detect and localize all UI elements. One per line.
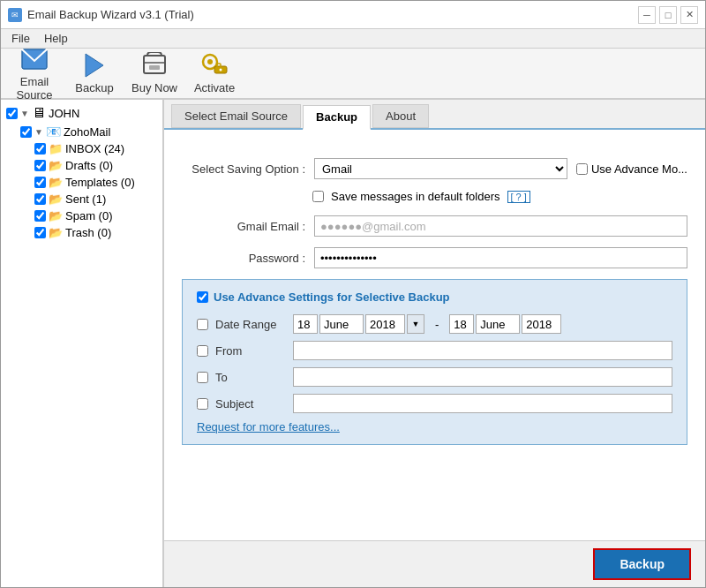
gmail-email-input[interactable] xyxy=(314,215,687,237)
save-default-checkbox[interactable] xyxy=(312,191,324,202)
tree-root-john[interactable]: ▼ 🖥 JOHN xyxy=(4,103,159,123)
drafts-checkbox[interactable] xyxy=(34,160,46,171)
email-source-icon xyxy=(20,46,49,72)
calendar-from-button[interactable]: ▼ xyxy=(407,314,424,334)
backup-execute-button[interactable]: Backup xyxy=(593,548,691,580)
menu-file[interactable]: File xyxy=(4,30,37,47)
title-controls: ─ □ ✕ xyxy=(638,6,698,24)
svg-rect-3 xyxy=(144,56,165,73)
zohomail-label: ZohoMail xyxy=(64,125,110,139)
tree-templates[interactable]: 📂 Templates (0) xyxy=(33,174,159,191)
tree-trash[interactable]: 📂 Trash (0) xyxy=(33,224,159,241)
date-range-label: Date Range xyxy=(215,318,286,331)
buy-now-icon xyxy=(140,52,169,79)
date-to-month[interactable] xyxy=(476,314,520,334)
to-row: To xyxy=(197,367,672,387)
email-source-label: Email Source xyxy=(8,75,61,102)
close-button[interactable]: ✕ xyxy=(680,6,698,24)
main-layout: ▼ 🖥 JOHN ▼ 📧 ZohoMail 📁 INBOX (24) xyxy=(1,100,705,587)
activate-label: Activate xyxy=(194,81,235,94)
tree-spam[interactable]: 📂 Spam (0) xyxy=(33,207,159,224)
trash-icon: 📂 xyxy=(49,226,63,239)
date-from-month[interactable] xyxy=(319,314,364,334)
date-to-fields xyxy=(449,314,561,334)
activate-button[interactable]: Activate xyxy=(188,52,241,94)
menu-help[interactable]: Help xyxy=(37,30,75,47)
from-input[interactable] xyxy=(293,341,672,360)
drafts-label: Drafts (0) xyxy=(65,159,113,172)
root-checkbox[interactable] xyxy=(6,108,18,119)
save-default-row: Save messages in default folders [ ? ] xyxy=(312,190,687,203)
date-range-checkbox[interactable] xyxy=(197,319,208,330)
minimize-button[interactable]: ─ xyxy=(638,6,656,24)
backup-icon xyxy=(80,52,109,79)
request-link-row: Request for more features... xyxy=(197,420,672,433)
tree-inbox[interactable]: 📁 INBOX (24) xyxy=(33,140,159,157)
sent-checkbox[interactable] xyxy=(34,193,46,205)
help-link[interactable]: [ ? ] xyxy=(507,191,530,203)
title-bar-left: ✉ Email Backup Wizard v3.1 (Trial) xyxy=(8,8,194,22)
buy-now-label: Buy Now xyxy=(131,81,177,94)
inbox-checkbox[interactable] xyxy=(34,143,46,155)
password-input[interactable] xyxy=(314,247,687,268)
trash-checkbox[interactable] xyxy=(34,227,46,238)
app-icon: ✉ xyxy=(8,8,22,22)
svg-point-7 xyxy=(207,59,213,64)
spam-icon: 📂 xyxy=(49,209,63,222)
zohomail-icon: 📧 xyxy=(46,124,61,139)
spam-label: Spam (0) xyxy=(65,209,112,222)
date-from-day[interactable] xyxy=(293,314,318,334)
spam-checkbox[interactable] xyxy=(34,210,46,222)
to-input[interactable] xyxy=(293,367,672,387)
tree-sent[interactable]: 📂 Sent (1) xyxy=(33,191,159,207)
use-advance-mode-checkbox[interactable] xyxy=(576,163,588,175)
menu-bar: File Help xyxy=(1,29,705,49)
backup-button-toolbar[interactable]: Backup xyxy=(68,52,121,94)
toolbar: Email Source Backup Buy Now xyxy=(1,49,705,100)
tab-backup[interactable]: Backup xyxy=(303,105,371,130)
svg-marker-2 xyxy=(86,54,103,77)
date-to-day[interactable] xyxy=(449,314,474,334)
bottom-bar: Backup xyxy=(164,540,705,587)
advance-settings-box: Use Advance Settings for Selective Backu… xyxy=(182,279,687,445)
saving-option-row: Select Saving Option : Gmail Outlook Yah… xyxy=(182,158,687,179)
inbox-label: INBOX (24) xyxy=(65,142,124,155)
app-window: ✉ Email Backup Wizard v3.1 (Trial) ─ □ ✕… xyxy=(0,0,706,588)
date-from-fields: ▼ xyxy=(293,314,424,334)
subject-row: Subject xyxy=(197,394,672,413)
window-title: Email Backup Wizard v3.1 (Trial) xyxy=(27,8,194,21)
request-link[interactable]: Request for more features... xyxy=(197,420,340,433)
from-checkbox[interactable] xyxy=(197,345,208,357)
tab-about[interactable]: About xyxy=(372,104,429,128)
drafts-icon: 📂 xyxy=(49,159,63,172)
sent-label: Sent (1) xyxy=(65,192,106,206)
use-advance-mode-label: Use Advance Mo... xyxy=(576,162,687,176)
date-to-year[interactable] xyxy=(522,314,561,334)
tab-select-email-source[interactable]: Select Email Source xyxy=(171,104,301,128)
to-checkbox[interactable] xyxy=(197,372,208,383)
tree-zohomail[interactable]: ▼ 📧 ZohoMail xyxy=(19,123,159,140)
zohomail-children: 📁 INBOX (24) 📂 Drafts (0) 📂 Templates (0… xyxy=(19,140,159,241)
advance-settings-checkbox[interactable] xyxy=(197,291,208,303)
trash-label: Trash (0) xyxy=(65,226,111,239)
zohomail-checkbox[interactable] xyxy=(20,126,32,138)
subject-checkbox[interactable] xyxy=(197,398,208,410)
sidebar: ▼ 🖥 JOHN ▼ 📧 ZohoMail 📁 INBOX (24) xyxy=(1,100,164,587)
saving-option-select[interactable]: Gmail Outlook Yahoo Office365 xyxy=(314,158,567,179)
from-label: From xyxy=(215,344,286,358)
content-area: Select Email Source Backup About Select … xyxy=(164,100,705,587)
buy-now-button[interactable]: Buy Now xyxy=(128,52,181,94)
to-label: To xyxy=(215,371,286,384)
title-bar: ✉ Email Backup Wizard v3.1 (Trial) ─ □ ✕ xyxy=(1,1,705,29)
email-source-button[interactable]: Email Source xyxy=(8,52,61,94)
date-from-year[interactable] xyxy=(365,314,405,334)
date-separator: - xyxy=(435,318,439,331)
sent-icon: 📂 xyxy=(49,192,63,206)
maximize-button[interactable]: □ xyxy=(659,6,677,24)
templates-checkbox[interactable] xyxy=(34,177,46,188)
tab-bar: Select Email Source Backup About xyxy=(164,100,705,130)
tree-drafts[interactable]: 📂 Drafts (0) xyxy=(33,157,159,174)
inbox-icon: 📁 xyxy=(49,142,63,155)
subject-input[interactable] xyxy=(293,394,672,413)
saving-option-label: Select Saving Option : xyxy=(182,162,305,176)
